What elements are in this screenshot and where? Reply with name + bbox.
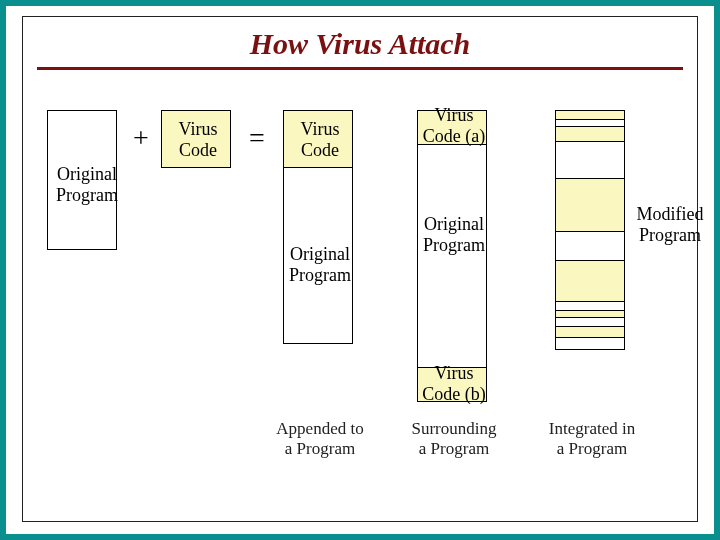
integrated-stripe — [556, 327, 624, 338]
plus-operator: + — [129, 124, 153, 152]
integrated-stripe — [556, 261, 624, 302]
integrated-stripe — [556, 127, 624, 142]
slide-frame: How Virus Attach Original Program + Viru… — [0, 0, 720, 540]
appended-virus-label: Virus Code — [275, 119, 365, 160]
appended-original-label: Original Program — [273, 244, 367, 285]
modified-program-label: Modified Program — [627, 204, 713, 245]
integrated-stripe — [556, 338, 624, 349]
integrated-stripe — [556, 232, 624, 261]
integrated-stripe — [556, 120, 624, 127]
integrated-stripe — [556, 179, 624, 232]
integrated-stripe — [556, 142, 624, 179]
surrounding-caption: Surrounding a Program — [399, 419, 509, 458]
integrated-stripe — [556, 318, 624, 327]
diagram-stage: Original Program + Virus Code = Virus Co… — [37, 94, 683, 484]
appended-caption: Appended to a Program — [265, 419, 375, 458]
integrated-stripe — [556, 311, 624, 318]
integrated-result-box — [555, 110, 625, 350]
title-rule — [37, 67, 683, 70]
slide-inner: How Virus Attach Original Program + Viru… — [22, 16, 698, 522]
virus-code-b-label: Virus Code (b) — [407, 363, 501, 404]
slide-title: How Virus Attach — [37, 27, 683, 61]
original-program-label: Original Program — [32, 164, 142, 205]
surrounding-result-box — [417, 110, 487, 402]
surrounding-original-label: Original Program — [407, 214, 501, 255]
integrated-caption: Integrated in a Program — [537, 419, 647, 458]
virus-code-label: Virus Code — [153, 119, 243, 160]
virus-code-a-label: Virus Code (a) — [407, 105, 501, 146]
equals-operator: = — [245, 124, 269, 152]
integrated-stripe — [556, 111, 624, 120]
integrated-stripe — [556, 302, 624, 311]
